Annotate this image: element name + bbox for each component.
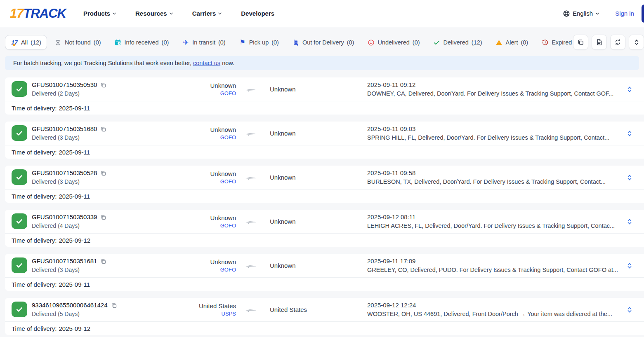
time-of-delivery-row: Time of delivery: 2025-09-11 bbox=[5, 145, 644, 159]
tracking-number[interactable]: 9334610965500006461424 bbox=[32, 301, 108, 309]
shipment-id-cell: GFUS01007150350528 Delivered (3 Days) bbox=[12, 169, 186, 186]
tab-not-found-count: (0) bbox=[94, 39, 101, 46]
time-of-delivery-label: Time of delivery: bbox=[12, 193, 57, 200]
tracking-number[interactable]: GFUS01007150350528 bbox=[32, 169, 97, 177]
copy-tracking-button[interactable] bbox=[100, 258, 106, 264]
time-of-delivery-row: Time of delivery: 2025-09-11 bbox=[5, 277, 644, 291]
sign-in-link[interactable]: Sign in bbox=[615, 10, 634, 17]
time-of-delivery-row: Time of delivery: 2025-09-11 bbox=[5, 189, 644, 203]
expand-row-button[interactable] bbox=[622, 86, 637, 93]
check-icon bbox=[15, 305, 24, 314]
tracking-number[interactable]: GFUS01007150351680 bbox=[32, 125, 97, 133]
tab-in-transit[interactable]: ✈ In transit(0) bbox=[176, 35, 231, 50]
nav-developers[interactable]: Developers bbox=[241, 10, 274, 17]
row-select-checkbox[interactable] bbox=[12, 213, 27, 229]
latest-event-cell: 2025-09-11 09:12 DOWNEY, CA, Delivered, … bbox=[367, 80, 622, 98]
destination-country: Unknown bbox=[266, 262, 367, 269]
route-cell bbox=[236, 86, 266, 93]
carrier-link[interactable]: GOFO bbox=[186, 266, 236, 274]
hourglass-icon bbox=[54, 39, 62, 46]
tab-undelivered-count: (0) bbox=[413, 39, 420, 46]
expand-row-button[interactable] bbox=[622, 306, 637, 314]
origin-country: Unknown bbox=[186, 213, 236, 222]
tab-undelivered[interactable]: Undelivered(0) bbox=[361, 35, 425, 50]
expand-collapse-icon bbox=[627, 306, 632, 314]
row-select-checkbox[interactable] bbox=[12, 257, 27, 273]
tab-pick-up[interactable]: ⚑ Pick up(0) bbox=[233, 35, 285, 50]
event-detail: GREELEY, CO, Delivered, PUDO. For Delive… bbox=[367, 266, 622, 274]
tab-delivered[interactable]: Delivered(12) bbox=[427, 35, 488, 50]
tracking-number[interactable]: GFUS01007150350339 bbox=[32, 213, 97, 221]
nav-carriers[interactable]: Carriers bbox=[192, 10, 222, 17]
row-select-checkbox[interactable] bbox=[12, 302, 27, 317]
origin-country: Unknown bbox=[186, 257, 236, 266]
tab-expired-label: Expired bbox=[552, 39, 572, 46]
tracking-number[interactable]: GFUS01007150350530 bbox=[32, 81, 97, 89]
nav-resources[interactable]: Resources bbox=[135, 10, 173, 17]
tab-info-received[interactable]: Info received(0) bbox=[109, 35, 175, 50]
carrier-link[interactable]: GOFO bbox=[186, 134, 236, 141]
event-datetime: 2025-09-11 09:12 bbox=[367, 80, 622, 89]
time-of-delivery-value: 2025-09-11 bbox=[59, 193, 90, 200]
destination-country: Unknown bbox=[266, 174, 367, 181]
nav-products[interactable]: Products bbox=[83, 10, 116, 17]
document-icon bbox=[596, 39, 603, 46]
copy-tracking-button[interactable] bbox=[100, 126, 106, 132]
delivery-status: Delivered (2 Days) bbox=[32, 90, 106, 98]
time-of-delivery-label: Time of delivery: bbox=[12, 325, 57, 332]
check-icon bbox=[15, 173, 24, 181]
expand-row-button[interactable] bbox=[622, 130, 637, 137]
contact-us-link[interactable]: contact us bbox=[193, 60, 220, 66]
expand-row-button[interactable] bbox=[622, 174, 637, 181]
origin-country: Unknown bbox=[186, 125, 236, 134]
copy-tracking-button[interactable] bbox=[100, 214, 106, 220]
warning-icon bbox=[495, 39, 503, 46]
language-selector[interactable]: English bbox=[563, 10, 599, 17]
shipment-row-main: GFUS01007150351680 Delivered (3 Days) Un… bbox=[5, 122, 644, 145]
logo-17-icon: 17 bbox=[11, 39, 18, 46]
time-of-delivery-row: Time of delivery: 2025-09-12 bbox=[5, 233, 644, 247]
shipment-row: GFUS01007150351681 Delivered (3 Days) Un… bbox=[5, 254, 644, 291]
time-of-delivery-value: 2025-09-11 bbox=[59, 281, 90, 288]
tab-out-for-delivery-count: (0) bbox=[347, 39, 354, 46]
carrier-link[interactable]: GOFO bbox=[186, 222, 236, 229]
origin-cell: United States USPS bbox=[186, 302, 236, 318]
latest-event-cell: 2025-09-11 17:09 GREELEY, CO, Delivered,… bbox=[367, 257, 622, 274]
carrier-link[interactable]: GOFO bbox=[186, 178, 236, 185]
tab-out-for-delivery[interactable]: Out for Delivery(0) bbox=[286, 35, 360, 50]
time-of-delivery-value: 2025-09-11 bbox=[59, 149, 90, 156]
expand-row-button[interactable] bbox=[622, 262, 637, 269]
origin-cell: Unknown GOFO bbox=[186, 125, 236, 141]
copy-tracking-button[interactable] bbox=[100, 170, 106, 176]
expand-collapse-icon bbox=[627, 130, 632, 137]
copy-all-button[interactable] bbox=[573, 35, 588, 50]
copy-tracking-button[interactable] bbox=[100, 82, 106, 88]
time-of-delivery-label: Time of delivery: bbox=[12, 237, 57, 244]
row-select-checkbox[interactable] bbox=[12, 169, 27, 185]
export-button[interactable] bbox=[592, 35, 607, 50]
row-select-checkbox[interactable] bbox=[12, 125, 27, 141]
17track-logo[interactable]: 17TRACK bbox=[10, 6, 66, 21]
expand-row-button[interactable] bbox=[622, 218, 637, 225]
sort-button[interactable] bbox=[629, 35, 644, 50]
copy-tracking-button[interactable] bbox=[111, 302, 117, 309]
row-select-checkbox[interactable] bbox=[12, 81, 27, 97]
origin-country: Unknown bbox=[186, 169, 236, 178]
carrier-link[interactable]: GOFO bbox=[186, 90, 236, 97]
chevron-down-icon bbox=[112, 12, 116, 16]
tab-alert[interactable]: Alert(0) bbox=[490, 35, 534, 50]
tab-not-found[interactable]: Not found(0) bbox=[49, 35, 107, 50]
tracking-number[interactable]: GFUS01007150351681 bbox=[32, 257, 97, 265]
edge-cutoff-button[interactable] bbox=[642, 5, 644, 23]
nav-developers-label: Developers bbox=[241, 10, 274, 17]
plane-route-icon bbox=[245, 307, 257, 313]
copy-icon bbox=[577, 39, 584, 46]
carrier-link[interactable]: USPS bbox=[186, 310, 236, 318]
refresh-button[interactable] bbox=[610, 35, 625, 50]
nav-products-label: Products bbox=[83, 10, 110, 17]
latest-event-cell: 2025-09-12 12:24 WOOSTER, OH, US 44691, … bbox=[367, 301, 622, 318]
event-datetime: 2025-09-12 12:24 bbox=[367, 301, 622, 310]
airplane-icon: ✈ bbox=[182, 39, 189, 46]
tab-all[interactable]: 17 All(12) bbox=[5, 35, 47, 50]
plane-route-icon bbox=[245, 262, 257, 269]
